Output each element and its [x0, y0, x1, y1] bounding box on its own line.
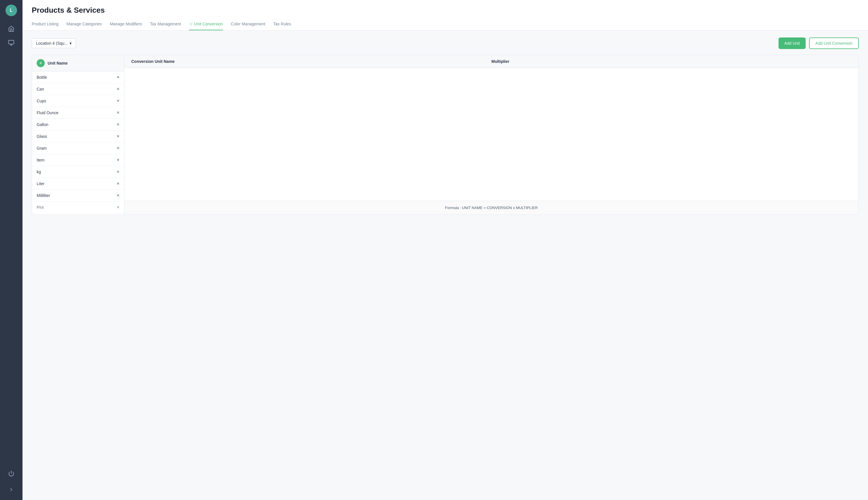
unit-panel: + Unit Name Bottle✕Can✕Cups✕Fluid Ounce✕… [32, 55, 124, 215]
add-unit-button[interactable]: Add Unit [779, 37, 806, 49]
tab-product-listing[interactable]: Product Listing [32, 19, 58, 30]
unit-list-item[interactable]: Pint✕ [32, 202, 124, 213]
add-unit-icon[interactable]: + [37, 59, 45, 67]
location-dropdown[interactable]: Location 4 (Squ... ▾ [32, 38, 76, 48]
delete-unit-icon[interactable]: ✕ [116, 158, 120, 162]
content-area: Location 4 (Squ... ▾ Add Unit Add Unit C… [23, 31, 868, 500]
location-label: Location 4 (Squ... [36, 41, 68, 46]
delete-unit-icon[interactable]: ✕ [116, 134, 120, 138]
unit-name: Pint [37, 205, 44, 209]
user-avatar[interactable]: L [5, 4, 17, 16]
sidebar-item-home[interactable] [5, 23, 17, 35]
unit-name: Fluid Ounce [37, 111, 58, 115]
sidebar-bottom [5, 468, 17, 496]
dropdown-chevron-icon: ▾ [69, 41, 71, 46]
delete-unit-icon[interactable]: ✕ [116, 146, 120, 150]
unit-list-item[interactable]: Cups✕ [32, 95, 124, 107]
unit-list-item[interactable]: Gram✕ [32, 143, 124, 154]
delete-unit-icon[interactable]: ✕ [116, 111, 120, 115]
unit-list-item[interactable]: kg✕ [32, 166, 124, 178]
delete-unit-icon[interactable]: ✕ [116, 182, 120, 186]
delete-unit-icon[interactable]: ✕ [116, 170, 120, 174]
unit-name: Bottle [37, 75, 47, 80]
delete-unit-icon[interactable]: ✕ [116, 123, 120, 127]
unit-panel-title: Unit Name [48, 61, 68, 66]
tab-tax-management[interactable]: Tax Management [150, 19, 181, 30]
delete-unit-icon[interactable]: ✕ [116, 205, 120, 209]
tab-manage-categories[interactable]: Manage Categories [67, 19, 102, 30]
unit-name: Gallon [37, 122, 48, 127]
toolbar-buttons: Add Unit Add Unit Conversion [779, 37, 859, 49]
unit-name: Gram [37, 146, 47, 150]
unit-list-item[interactable]: Can✕ [32, 83, 124, 95]
tab-color-management[interactable]: Color Management [231, 19, 265, 30]
main-content: Products & Services Product Listing Mana… [23, 0, 868, 500]
tab-unit-conversion[interactable]: ☆ Unit Conversion [189, 19, 223, 30]
col-conversion-name-header: Conversion Unit Name [131, 59, 491, 64]
unit-name: Cups [37, 99, 46, 103]
nav-tabs: Product Listing Manage Categories Manage… [32, 19, 859, 30]
star-icon: ☆ [189, 22, 193, 26]
unit-list-item[interactable]: Liter✕ [32, 178, 124, 190]
conversion-body [124, 68, 858, 201]
sidebar-item-power[interactable] [5, 468, 17, 479]
sidebar-expand-icon[interactable] [5, 484, 17, 496]
sidebar-item-monitor[interactable] [5, 37, 17, 48]
add-unit-conversion-button[interactable]: Add Unit Conversion [809, 37, 859, 49]
delete-unit-icon[interactable]: ✕ [116, 99, 120, 103]
formula-footer: Formula : UNIT NAME = CONVERSION x MULTI… [124, 201, 858, 215]
unit-list: Bottle✕Can✕Cups✕Fluid Ounce✕Gallon✕Glass… [32, 71, 124, 213]
unit-name: Glass [37, 134, 47, 139]
unit-name: Liter [37, 181, 44, 186]
unit-panel-header: + Unit Name [32, 55, 124, 71]
page-header: Products & Services Product Listing Mana… [23, 0, 868, 31]
unit-list-item[interactable]: Fluid Ounce✕ [32, 107, 124, 119]
conversion-panel: Conversion Unit Name Multiplier Formula … [124, 55, 858, 215]
svg-rect-0 [9, 41, 14, 44]
unit-list-item[interactable]: Bottle✕ [32, 71, 124, 83]
unit-name: Can [37, 87, 44, 91]
unit-name: kg [37, 170, 41, 174]
sidebar: L [0, 0, 23, 500]
tab-tax-rules[interactable]: Tax Rules [273, 19, 291, 30]
unit-name: Item [37, 158, 44, 162]
page-title: Products & Services [32, 6, 859, 15]
unit-list-item[interactable]: Glass✕ [32, 130, 124, 143]
delete-unit-icon[interactable]: ✕ [116, 193, 120, 197]
conversion-panel-header: Conversion Unit Name Multiplier [124, 55, 858, 68]
unit-conversion-table: + Unit Name Bottle✕Can✕Cups✕Fluid Ounce✕… [32, 55, 859, 215]
unit-name: Milliliter [37, 193, 50, 198]
delete-unit-icon[interactable]: ✕ [116, 75, 120, 79]
toolbar: Location 4 (Squ... ▾ Add Unit Add Unit C… [32, 37, 859, 49]
unit-list-item[interactable]: Milliliter✕ [32, 190, 124, 202]
tab-manage-modifiers[interactable]: Manage Modifiers [110, 19, 142, 30]
unit-list-item[interactable]: Item✕ [32, 154, 124, 166]
unit-list-item[interactable]: Gallon✕ [32, 119, 124, 130]
col-multiplier-header: Multiplier [491, 59, 852, 64]
delete-unit-icon[interactable]: ✕ [116, 87, 120, 91]
